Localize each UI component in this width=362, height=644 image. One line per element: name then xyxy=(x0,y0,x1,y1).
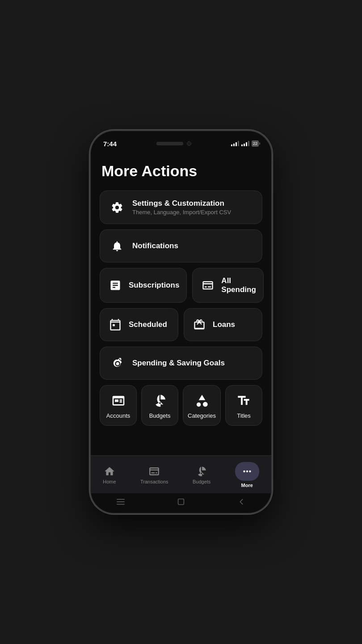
spending-goals-text-group: Spending & Saving Goals xyxy=(132,359,225,368)
loans-icon xyxy=(191,317,207,333)
notch-camera xyxy=(187,141,191,146)
status-bar: 7:44 xyxy=(91,131,271,153)
notch xyxy=(147,137,201,150)
main-content: More Actions Settings & Customization Th… xyxy=(91,153,271,455)
signal-bars-1 xyxy=(231,141,239,146)
gear-icon xyxy=(109,199,125,216)
scheduled-label: Scheduled xyxy=(129,320,167,329)
more-dots-container xyxy=(235,462,259,481)
accounts-icon xyxy=(111,394,126,408)
svg-rect-6 xyxy=(178,499,184,505)
pie-chart-icon xyxy=(153,394,167,408)
budgets-button[interactable]: Budgets xyxy=(141,385,178,426)
settings-text-group: Settings & Customization Theme, Language… xyxy=(132,199,231,216)
nav-home[interactable]: Home xyxy=(96,464,123,486)
settings-button[interactable]: Settings & Customization Theme, Language… xyxy=(100,191,262,224)
grid-row-1: Subscriptions All Spending xyxy=(100,268,262,303)
accounts-button[interactable]: Accounts xyxy=(100,385,137,426)
titles-button[interactable]: Titles xyxy=(225,385,262,426)
budgets-label: Budgets xyxy=(149,412,171,419)
all-spending-button[interactable]: All Spending xyxy=(192,268,263,303)
subscriptions-button[interactable]: Subscriptions xyxy=(100,268,187,303)
screen: 7:44 xyxy=(91,131,271,513)
calendar-icon xyxy=(107,317,123,333)
nav-budgets-label: Budgets xyxy=(193,479,210,484)
home-icon xyxy=(104,466,115,477)
spending-goals-label: Spending & Saving Goals xyxy=(132,359,225,368)
svg-rect-2 xyxy=(113,324,115,326)
categories-button[interactable]: Categories xyxy=(183,385,221,426)
bottom-nav: Home Transactions Budgets xyxy=(91,455,271,493)
status-time: 7:44 xyxy=(103,140,117,148)
budgets-nav-icon xyxy=(196,466,207,477)
all-spending-label: All Spending xyxy=(221,276,256,294)
status-icons: 22 xyxy=(231,140,259,147)
settings-sublabel: Theme, Language, Import/Export CSV xyxy=(132,209,231,216)
notifications-label: Notifications xyxy=(132,242,178,250)
bell-icon xyxy=(109,238,125,254)
nav-transactions[interactable]: Transactions xyxy=(133,464,176,486)
scheduled-button[interactable]: Scheduled xyxy=(100,308,178,341)
nav-more-label: More xyxy=(241,483,253,488)
categories-label: Categories xyxy=(188,412,216,419)
loans-button[interactable]: Loans xyxy=(184,308,262,341)
system-indicators xyxy=(91,493,271,513)
signal-bar xyxy=(241,144,243,146)
signal-bar xyxy=(246,142,247,146)
subscriptions-icon xyxy=(107,277,123,293)
grid-row-3: Accounts Budgets C xyxy=(100,385,262,426)
svg-rect-0 xyxy=(205,286,207,287)
phone-frame: 7:44 xyxy=(89,130,273,514)
subscriptions-label: Subscriptions xyxy=(129,281,179,290)
signal-bar xyxy=(248,141,249,146)
notifications-text-group: Notifications xyxy=(132,242,178,250)
accounts-label: Accounts xyxy=(106,412,130,419)
page-title: More Actions xyxy=(100,162,262,180)
signal-bar xyxy=(233,144,235,146)
settings-label: Settings & Customization xyxy=(132,199,231,208)
loans-label: Loans xyxy=(213,320,235,329)
battery-icon: 22 xyxy=(252,140,259,147)
notifications-button[interactable]: Notifications xyxy=(100,229,262,263)
more-dots-icon xyxy=(241,466,253,477)
back-indicator-icon xyxy=(236,497,246,507)
signal-bar xyxy=(231,144,232,146)
home-indicator-icon xyxy=(176,497,186,507)
titles-icon xyxy=(236,394,251,408)
nav-home-label: Home xyxy=(103,479,116,484)
signal-bar xyxy=(244,144,245,146)
signal-bar xyxy=(236,142,237,146)
nav-more[interactable]: More xyxy=(228,460,266,490)
signal-bar xyxy=(238,141,239,146)
piggy-icon xyxy=(109,355,125,371)
notch-pill xyxy=(156,142,183,145)
menu-indicator-icon xyxy=(116,497,126,507)
categories-icon xyxy=(195,394,209,408)
svg-rect-1 xyxy=(208,286,211,287)
signal-bars-2 xyxy=(241,141,249,146)
grid-row-2: Scheduled Loans xyxy=(100,308,262,341)
titles-label: Titles xyxy=(237,412,251,419)
spending-icon xyxy=(200,277,216,293)
spending-goals-button[interactable]: Spending & Saving Goals xyxy=(100,347,262,380)
transactions-icon xyxy=(148,466,160,477)
nav-transactions-label: Transactions xyxy=(140,479,168,484)
nav-budgets[interactable]: Budgets xyxy=(185,464,218,486)
